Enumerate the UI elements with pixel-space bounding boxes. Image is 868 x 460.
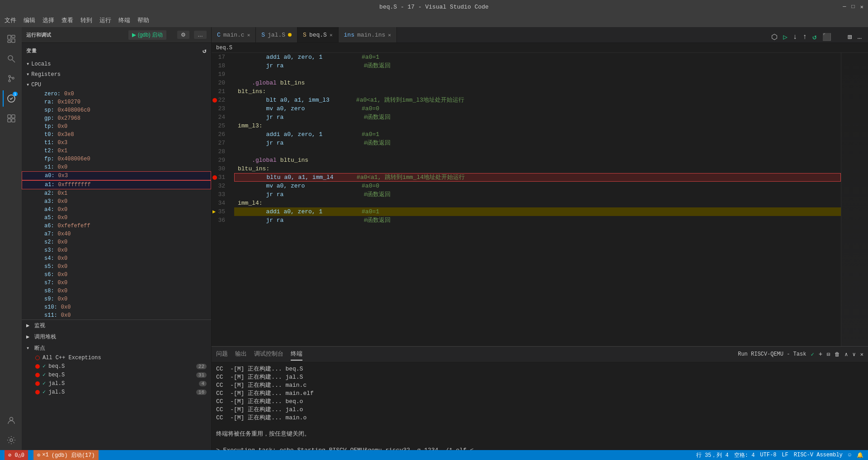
reg-a0[interactable]: a0:0x3 (22, 171, 211, 180)
reg-fp[interactable]: fp:0x408006e0 (22, 155, 211, 163)
activity-git[interactable] (3, 70, 19, 87)
terminal-close-icon[interactable]: ✕ (860, 351, 863, 358)
debug-more-button[interactable]: … (194, 31, 207, 39)
reg-a4[interactable]: a4:0x0 (22, 206, 211, 214)
activity-debug[interactable]: 1 (3, 90, 19, 107)
layout-icon[interactable]: ⊞ (846, 32, 854, 42)
status-language[interactable]: RISC-V Assembly (794, 452, 843, 458)
reg-a3[interactable]: a3:0x0 (22, 197, 211, 206)
bp-beq-s-1[interactable]: ✓ beq.S 22 (22, 362, 211, 371)
terminal-content[interactable]: CC -[M] 正在构建... beq.S CC -[M] 正在构建... ja… (212, 362, 868, 450)
reg-a1[interactable]: a1:0xffffffff (22, 180, 211, 189)
breakpoints-section[interactable]: ▾ 断点 (22, 343, 211, 354)
activity-accounts[interactable] (3, 412, 19, 428)
activity-search[interactable] (3, 51, 19, 67)
reg-s7[interactable]: s7:0x0 (22, 279, 211, 287)
bp-beq-s-2[interactable]: ✓ beq.S 31 (22, 371, 211, 379)
tab-main-ins-close[interactable]: ✕ (388, 32, 391, 38)
reg-t2[interactable]: t2:0x1 (22, 147, 211, 155)
terminal-tab-debug-console[interactable]: 调试控制台 (254, 348, 283, 361)
reg-s9[interactable]: s9:0x0 (22, 295, 211, 303)
terminal-tab-output[interactable]: 输出 (235, 348, 247, 361)
activity-explorer[interactable] (3, 31, 19, 47)
menu-file[interactable]: 文件 (5, 16, 16, 24)
terminal-add-icon[interactable]: + (819, 351, 822, 358)
status-row-col[interactable]: 行 35，列 4 (696, 451, 729, 459)
gdb-run-button[interactable]: ▶ (gdb) 启动 (128, 30, 166, 40)
reg-sp[interactable]: sp:0x408006c0 (22, 106, 211, 114)
reg-s5[interactable]: s5:0x0 (22, 263, 211, 271)
reg-zero[interactable]: zero:0x0 (22, 90, 211, 98)
terminal-tab-terminal[interactable]: 终端 (291, 348, 302, 361)
cpu-section[interactable]: ▾ CPU (22, 80, 211, 90)
terminal-chevron-up[interactable]: ∧ (844, 351, 848, 358)
reg-s1[interactable]: s1:0x0 (22, 163, 211, 171)
bp-jal-s-2[interactable]: ✓ jal.S 16 (22, 388, 211, 396)
status-line-ending[interactable]: LF (782, 452, 788, 458)
refresh-icon[interactable]: ↺ (203, 47, 207, 55)
terminal-tab-problems[interactable]: 问题 (216, 348, 228, 361)
registers-section[interactable]: ▾ Registers (22, 69, 211, 80)
maximize-button[interactable]: □ (852, 4, 855, 10)
callstack-section[interactable]: ▶ 调用堆栈 (22, 331, 211, 343)
code-line-23: mv a0, zero #a0=0 (234, 104, 841, 113)
status-notifications[interactable]: 🔔 (857, 452, 863, 459)
reg-s8[interactable]: s8:0x0 (22, 287, 211, 295)
bp-jal-s-1[interactable]: ✓ jal.S 4 (22, 379, 211, 388)
bp-all-cpp[interactable]: All C++ Exceptions (22, 354, 211, 362)
activity-settings[interactable] (3, 432, 19, 448)
debug-step-out-icon[interactable]: ↑ (801, 32, 809, 42)
debug-continue-icon[interactable]: ▷ (781, 32, 789, 42)
reg-s3[interactable]: s3:0x0 (22, 246, 211, 254)
reg-gp[interactable]: gp:0x27968 (22, 114, 211, 122)
reg-ra[interactable]: ra:0x10270 (22, 98, 211, 106)
menu-run[interactable]: 运行 (99, 16, 111, 24)
tab-main-ins[interactable]: ins main.ins ✕ (339, 27, 397, 42)
reg-s11[interactable]: s11:0x0 (22, 311, 211, 319)
menu-select[interactable]: 选择 (42, 16, 54, 24)
menu-help[interactable]: 帮助 (137, 16, 149, 24)
debug-step-into-icon[interactable]: ↓ (791, 32, 799, 42)
tab-beq-s-close[interactable]: ✕ (330, 32, 333, 38)
menu-edit[interactable]: 编辑 (24, 16, 35, 24)
reg-s2[interactable]: s2:0x0 (22, 238, 211, 246)
status-bar-right: 行 35，列 4 空格: 4 UTF-8 LF RISC-V Assembly … (696, 451, 863, 459)
reg-a7[interactable]: a7:0x40 (22, 230, 211, 238)
menu-goto[interactable]: 转到 (80, 16, 92, 24)
activity-extensions[interactable] (3, 110, 19, 127)
reg-tp[interactable]: tp:0x0 (22, 122, 211, 131)
reg-s10[interactable]: s10:0x0 (22, 303, 211, 311)
reg-a2[interactable]: a2:0x1 (22, 189, 211, 197)
minimize-button[interactable]: ─ (843, 4, 846, 10)
terminal-trash-icon[interactable]: 🗑 (835, 351, 840, 358)
reg-t0[interactable]: t0:0x3e8 (22, 131, 211, 139)
locals-section[interactable]: ▾ Locals (22, 59, 211, 69)
watch-section[interactable]: ▶ 监视 (22, 320, 211, 331)
tab-main-c-close[interactable]: ✕ (247, 32, 250, 38)
tab-jal-s[interactable]: S jal.S (256, 27, 297, 42)
status-errors[interactable]: ⊘ 0△0 (5, 450, 28, 460)
tab-beq-s[interactable]: S beq.S ✕ (297, 27, 338, 42)
status-encoding[interactable]: UTF-8 (760, 452, 776, 458)
terminal-chevron-down[interactable]: ∨ (853, 351, 856, 358)
status-debug-session[interactable]: ⊙ ×1 (gdb) 启动(17) (33, 450, 99, 460)
reg-a5[interactable]: a5:0x0 (22, 214, 211, 222)
terminal-split-icon[interactable]: ⊟ (827, 351, 830, 358)
reg-s6[interactable]: s6:0x0 (22, 271, 211, 279)
ln-27: 27 (212, 139, 230, 147)
menu-view[interactable]: 查看 (61, 16, 73, 24)
status-feedback[interactable]: ☺ (848, 452, 851, 458)
close-button[interactable]: ✕ (860, 4, 863, 10)
reg-a6[interactable]: a6:0xfefefeff (22, 222, 211, 230)
more-icon[interactable]: … (855, 32, 863, 42)
reg-t1[interactable]: t1:0x3 (22, 139, 211, 147)
status-spaces[interactable]: 空格: 4 (734, 451, 755, 459)
code-editor[interactable]: 17 18 19 20 21 22 23 24 25 26 27 28 29 (212, 53, 868, 346)
debug-step-over-icon[interactable]: ⬡ (769, 32, 779, 42)
menu-terminal[interactable]: 终端 (118, 16, 130, 24)
debug-restart-icon[interactable]: ↺ (811, 32, 819, 42)
tab-main-c[interactable]: C main.c ✕ (212, 27, 256, 42)
debug-settings-button[interactable]: ⚙ (177, 31, 189, 39)
reg-s4[interactable]: s4:0x0 (22, 254, 211, 263)
debug-stop-icon[interactable]: ⬛ (821, 32, 833, 42)
